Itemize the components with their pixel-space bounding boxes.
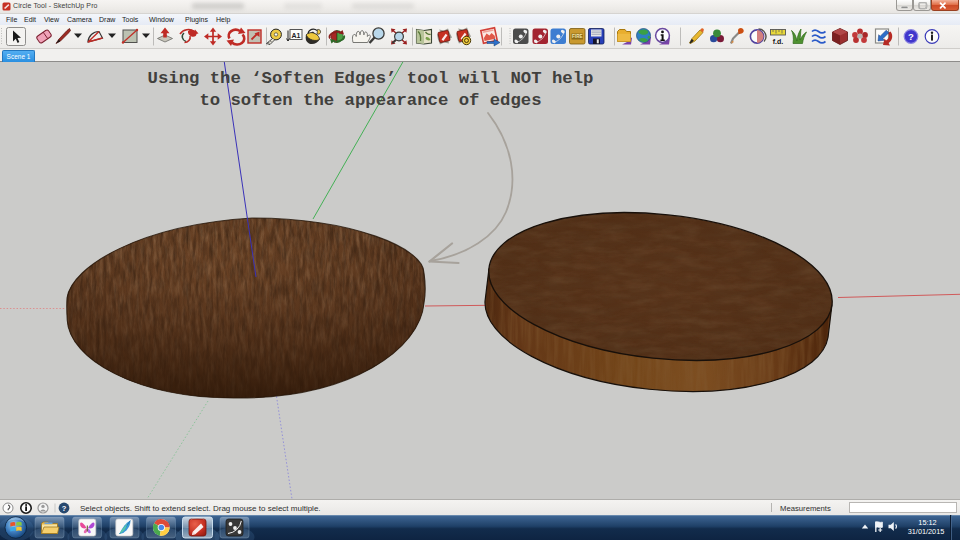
svg-text:A1: A1: [292, 32, 301, 39]
svg-text:FIRE: FIRE: [572, 34, 582, 39]
svg-text:15:12: 15:12: [918, 518, 936, 527]
svg-text:?: ?: [62, 504, 67, 513]
svg-text:?: ?: [908, 31, 914, 42]
svg-text:f.d.: f.d.: [773, 38, 784, 45]
svg-text:31/01/2015: 31/01/2015: [908, 527, 945, 536]
